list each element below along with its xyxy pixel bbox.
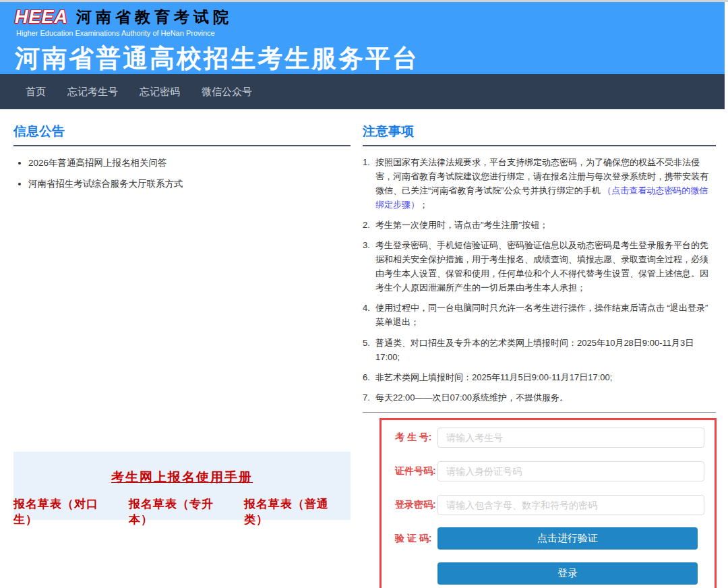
notice-text: 每天22:00——次日07:00系统维护，不提供服务。 [375, 390, 716, 405]
notice-item: 5. 普通类、对口招生及专升本的艺术类网上填报时间：2025年10月28日9:0… [363, 336, 716, 364]
notice-number: 1. [363, 155, 375, 212]
login-form: 考 生 号: 证件号码: 登录密码: 验 证 码: 点击进行验证 登录 [380, 418, 717, 588]
candidate-number-label: 考 生 号: [395, 432, 437, 444]
captcha-verify-button[interactable]: 点击进行验证 [437, 527, 698, 550]
divider [363, 412, 716, 413]
page-title: 河南省普通高校招生考生服务平台 [15, 42, 725, 76]
notice-item: 1. 按照国家有关法律法规要求，平台支持绑定动态密码，为了确保您的权益不受非法侵… [363, 155, 716, 212]
notice-number: 7. [363, 390, 375, 405]
main-nav: 首页 忘记考生号 忘记密码 微信公众号 [0, 74, 725, 109]
page: HEEA 河南省教育考试院 Higher Education Examinati… [0, 2, 725, 588]
notice-number: 6. [363, 370, 375, 384]
candidate-number-input[interactable] [437, 428, 704, 448]
captcha-row: 验 证 码: 点击进行验证 [395, 529, 706, 549]
notice-item: 6. 非艺术类网上填报时间：2025年11月5日9:00-11月17日17:00… [363, 370, 716, 384]
notice-number: 4. [363, 301, 375, 329]
login-button[interactable]: 登录 [437, 562, 698, 585]
notice-item: 2. 考生第一次使用时，请点击"考生注册"按钮； [363, 218, 716, 232]
main-content: 信息公告 2026年普通高招网上报名相关问答 河南省招生考试综合服务大厅联系方式… [0, 109, 725, 588]
nav-item-wechat-official-account[interactable]: 微信公众号 [202, 86, 252, 98]
notice-text: 考生登录密码、手机短信验证码、密码验证信息以及动态密码是考生登录服务平台的凭据和… [375, 238, 716, 295]
password-row: 登录密码: [395, 495, 706, 515]
draft-form-link-upgrade[interactable]: 报名草表（专升本） [129, 496, 235, 527]
login-row: 登录 [437, 562, 706, 585]
notice-text-segment: ； [419, 200, 428, 210]
draft-form-link-general[interactable]: 报名草表（普通类） [244, 496, 351, 527]
announcements-heading: 信息公告 [13, 123, 351, 146]
announcements-panel: 信息公告 2026年普通高招网上报名相关问答 河南省招生考试综合服务大厅联系方式… [13, 123, 351, 588]
candidate-number-row: 考 生 号: [395, 428, 706, 448]
notice-item: 7. 每天22:00——次日07:00系统维护，不提供服务。 [363, 390, 716, 405]
org-name: 河南省教育考试院 [76, 7, 233, 28]
draft-form-links: 报名草表（对口生） 报名草表（专升本） 报名草表（普通类） [13, 496, 351, 527]
notice-number: 3. [363, 238, 375, 295]
heea-logo: HEEA [15, 7, 68, 28]
nav-item-forgot-candidate-number[interactable]: 忘记考生号 [67, 86, 118, 98]
org-name-english: Higher Education Examinations Authority … [16, 29, 725, 37]
notices-list: 1. 按照国家有关法律法规要求，平台支持绑定动态密码，为了确保您的权益不受非法侵… [363, 155, 716, 405]
notice-item: 3. 考生登录密码、手机短信验证码、密码验证信息以及动态密码是考生登录服务平台的… [363, 238, 716, 295]
captcha-label: 验 证 码: [395, 533, 437, 545]
notices-heading: 注意事项 [363, 123, 716, 146]
notice-text: 使用过程中，同一台电脑同时只允许一名考生进行操作，操作结束后请点击 “退出登录”… [375, 301, 716, 329]
id-number-row: 证件号码: [395, 461, 706, 481]
id-number-label: 证件号码: [395, 465, 437, 477]
notice-number: 2. [363, 218, 375, 232]
notice-text: 普通类、对口招生及专升本的艺术类网上填报时间：2025年10月28日9:00-1… [375, 336, 716, 364]
draft-form-link-vocational[interactable]: 报名草表（对口生） [13, 496, 120, 527]
manual-box: 考生网上报名使用手册 报名草表（对口生） 报名草表（专升本） 报名草表（普通类） [13, 452, 351, 520]
notice-text: 按照国家有关法律法规要求，平台支持绑定动态密码，为了确保您的权益不受非法侵害，河… [375, 155, 716, 212]
password-input[interactable] [437, 495, 704, 515]
notice-item: 4. 使用过程中，同一台电脑同时只允许一名考生进行操作，操作结束后请点击 “退出… [363, 301, 716, 329]
announcement-link[interactable]: 河南省招生考试综合服务大厅联系方式 [28, 178, 351, 190]
id-number-input[interactable] [437, 461, 704, 481]
notice-text: 非艺术类网上填报时间：2025年11月5日9:00-11月17日17:00; [375, 370, 716, 384]
notice-number: 5. [363, 336, 375, 364]
password-label: 登录密码: [395, 499, 437, 511]
manual-title-link[interactable]: 考生网上报名使用手册 [13, 469, 351, 486]
notice-text: 考生第一次使用时，请点击"考生注册"按钮； [375, 218, 716, 232]
nav-item-forgot-password[interactable]: 忘记密码 [140, 86, 180, 98]
announcements-list: 2026年普通高招网上报名相关问答 河南省招生考试综合服务大厅联系方式 [28, 157, 351, 190]
announcement-link[interactable]: 2026年普通高招网上报名相关问答 [28, 157, 351, 169]
site-header: HEEA 河南省教育考试院 Higher Education Examinati… [0, 2, 725, 74]
notices-panel: 注意事项 1. 按照国家有关法律法规要求，平台支持绑定动态密码，为了确保您的权益… [363, 123, 716, 588]
nav-item-home[interactable]: 首页 [26, 86, 46, 98]
